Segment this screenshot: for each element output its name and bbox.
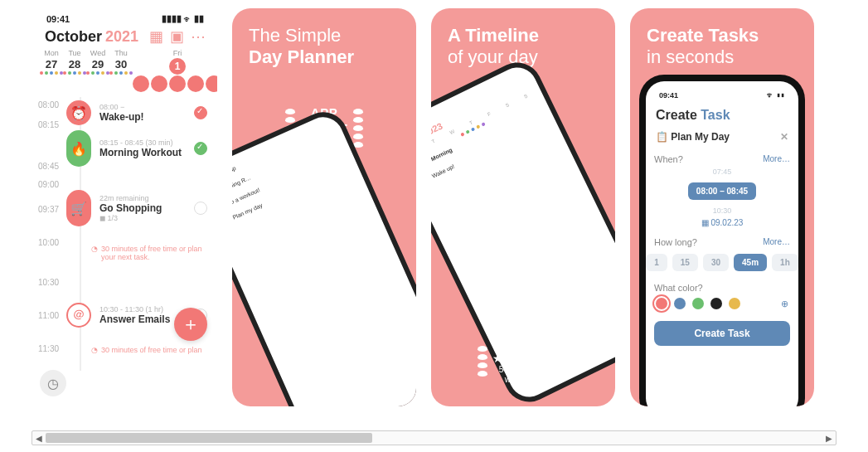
free-time-hint: ◔ 30 minutes of free time or plan your n… (91, 245, 206, 261)
year-label: 2021 (105, 28, 138, 46)
color-swatch[interactable] (656, 298, 667, 309)
status-bar: 09:41ᯤ ▮▮ (654, 90, 790, 104)
section-color: What color? (654, 278, 790, 293)
stopwatch-icon: ◷ (47, 376, 59, 391)
date-cell[interactable]: 1 (133, 57, 217, 92)
status-time: 09:41 (46, 14, 70, 24)
week-row[interactable]: MonTueWedThuFriSatSun27 28 29 30 1 2 3 (33, 46, 217, 92)
card-headline: Create Tasks in seconds (630, 8, 814, 75)
weekday-label: Wed (86, 49, 109, 57)
scroll-thumb[interactable] (46, 433, 372, 443)
screenshot-card-3: A Timeline of your day 08:26 April 2023 … (431, 8, 615, 406)
color-swatch[interactable] (710, 298, 722, 309)
more-link[interactable]: More… (763, 154, 790, 163)
weekday-label: Mon (40, 49, 63, 57)
calendar-header: October 2021 ▦ ▣ ⋯ (33, 24, 217, 46)
clock-icon: ◔ (91, 346, 98, 354)
card-headline: The Simple Day Planner (232, 8, 416, 75)
duration-chip[interactable]: 45m (734, 254, 767, 271)
task-row[interactable]: 🔥 08:15 - 08:45 (30 min) Morning Workout (66, 130, 207, 167)
task-meta: 08:00 − (99, 103, 144, 111)
color-row[interactable]: ⊕ (654, 293, 790, 314)
scroll-track[interactable] (46, 431, 822, 445)
task-row[interactable]: 🛒 22m remaining Go Shopping ◼ 1/3 (66, 190, 207, 226)
weekday-label: Fri (133, 49, 217, 57)
task-name: Morning Workout (99, 147, 182, 158)
date-row[interactable]: ▦ 09.02.23 (654, 215, 790, 232)
hour-label: 10:30 (38, 278, 59, 287)
task-icon-bubble: ＠ (66, 303, 91, 328)
five-stars-icon: ★★★★★ (492, 352, 555, 365)
time-chip[interactable]: 08:00 – 08:45 (688, 182, 756, 200)
more-link[interactable]: More… (763, 237, 790, 246)
screenshot-gallery[interactable]: 09:41 ▮▮▮▮ ᯤ ▮▮ October 2021 ▦ ▣ ⋯ MonTu… (0, 0, 868, 415)
hour-label: 09:37 (38, 205, 59, 214)
laurel-right-icon (560, 346, 570, 377)
hour-label: 10:00 (38, 238, 59, 247)
weekday-label: Tue (63, 49, 86, 57)
duration-row[interactable]: 1153045m1h (654, 247, 790, 278)
alarm-icon: ⏰ (70, 105, 87, 121)
battery-icon: ▮▮ (194, 13, 204, 24)
add-task-fab[interactable]: ＋ (174, 308, 207, 341)
color-swatch[interactable] (674, 298, 686, 309)
create-task-title: Create Task (654, 104, 790, 129)
horizontal-scrollbar[interactable]: ◀ ▶ (32, 430, 836, 445)
screenshot-card-1: 09:41 ▮▮▮▮ ᯤ ▮▮ October 2021 ▦ ▣ ⋯ MonTu… (33, 8, 217, 406)
duration-chip[interactable]: 1 (646, 254, 667, 271)
free-time-hint-2: ◔ 30 minutes of free time or plan (91, 346, 206, 354)
timer-button[interactable]: ◷ (40, 370, 66, 396)
cart-icon: 🛒 (70, 201, 87, 216)
calendar-icon[interactable]: ▦ (149, 27, 163, 46)
status-bar: 09:41 ▮▮▮▮ ᯤ ▮▮ (33, 8, 217, 24)
scroll-left-arrow[interactable]: ◀ (32, 434, 46, 443)
status-indicators: ▮▮▮▮ ᯤ ▮▮ (162, 13, 204, 24)
laurel-left-icon (478, 346, 487, 377)
duration-chip[interactable]: 30 (703, 254, 729, 271)
task-checkbox[interactable] (194, 106, 207, 119)
rating-badge: Over 170k ★★★★★ 5-star ratings worldwide (431, 338, 615, 385)
duration-chip[interactable]: 1h (772, 254, 798, 271)
add-color-icon[interactable]: ⊕ (781, 299, 788, 309)
signal-icon: ▮▮▮▮ (162, 13, 182, 24)
date-cell[interactable]: 30 (109, 57, 133, 92)
close-icon[interactable]: ✕ (780, 131, 788, 143)
task-icon-bubble: ⏰ (66, 100, 91, 125)
at-icon: ＠ (72, 307, 85, 324)
date-cell[interactable]: 29 (86, 57, 109, 92)
task-checkbox[interactable] (194, 142, 207, 155)
flame-icon: 🔥 (70, 141, 87, 157)
timeline[interactable]: 08:0008:1508:4509:0009:3710:0010:3011:00… (33, 97, 217, 371)
task-name-row[interactable]: 📋 Plan My Day ✕ (654, 129, 790, 149)
color-swatch[interactable] (729, 298, 740, 309)
task-checkbox[interactable] (194, 202, 207, 215)
weekday-label: Thu (109, 49, 133, 57)
more-icon[interactable]: ⋯ (191, 27, 206, 46)
task-row[interactable]: ⏰ 08:00 − Wake-up! (66, 100, 207, 125)
task-name: Go Shopping (99, 202, 162, 214)
task-name: Wake-up! (99, 111, 144, 123)
task-name: Answer Emails (99, 313, 170, 325)
section-howlong: How long? (654, 237, 697, 247)
task-icon-bubble: 🔥 (66, 130, 91, 167)
task-meta: 10:30 - 11:30 (1 hr) (99, 305, 170, 313)
hour-label: 08:45 (38, 162, 59, 171)
hour-label: 08:15 (38, 120, 59, 129)
date-cell[interactable]: 27 (40, 57, 63, 92)
calendar-icon: ▦ (701, 218, 709, 227)
hour-label: 11:00 (38, 311, 59, 320)
task-icon-bubble: 🛒 (66, 190, 91, 226)
date-cell[interactable]: 28 (63, 57, 86, 92)
color-swatch[interactable] (692, 298, 704, 309)
scroll-right-arrow[interactable]: ▶ (822, 434, 836, 443)
task-sub: ◼ 1/3 (99, 214, 162, 222)
screenshot-card-4: Create Tasks in seconds 09:41ᯤ ▮▮ Create… (630, 8, 814, 406)
clock-icon: ◔ (91, 245, 98, 253)
duration-chip[interactable]: 15 (672, 254, 698, 271)
create-task-button[interactable]: Create Task (654, 321, 790, 346)
task-meta: 22m remaining (99, 194, 162, 202)
hour-label: 08:00 (38, 100, 59, 109)
screenshot-card-2: The Simple Day Planner APP OF THE DAY Wa… (232, 8, 416, 406)
task-meta: 08:15 - 08:45 (30 min) (99, 139, 182, 147)
inbox-icon[interactable]: ▣ (170, 27, 184, 46)
